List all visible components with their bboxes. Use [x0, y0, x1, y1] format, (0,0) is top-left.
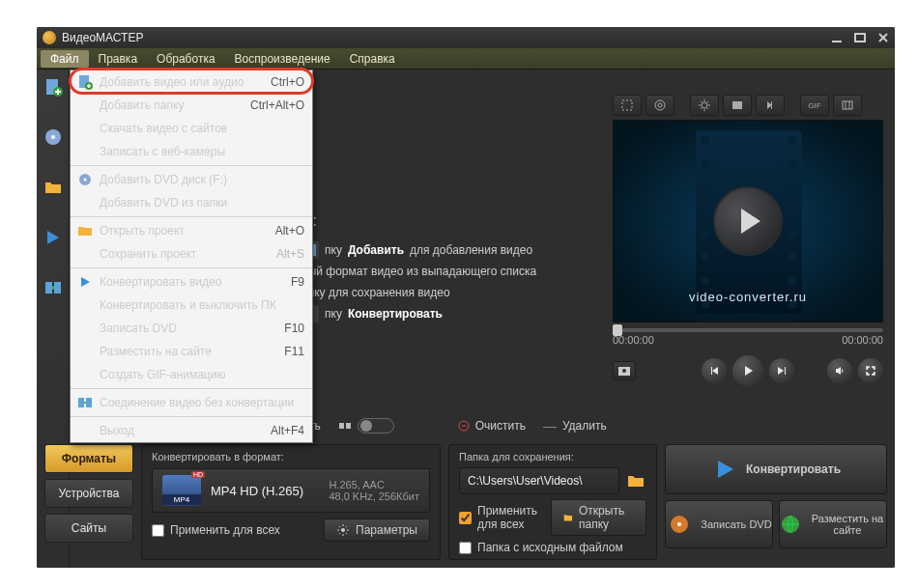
tab-devices[interactable]: Устройства [44, 479, 133, 508]
maximize-icon[interactable] [854, 32, 866, 43]
snapshot-button[interactable] [613, 361, 636, 380]
menu-item[interactable]: Записать DVDF10 [71, 317, 312, 340]
params-button[interactable]: Параметры [324, 518, 430, 542]
menu-item[interactable]: Скачать видео с сайтов [71, 117, 312, 140]
publish-button[interactable]: Разместить на сайте [779, 500, 887, 548]
dvd-action-icon [666, 511, 693, 538]
open-project-icon[interactable] [42, 176, 65, 199]
preview-seekbar[interactable] [613, 328, 883, 332]
instr-head: ы: [301, 210, 536, 232]
svg-rect-28 [346, 423, 351, 429]
play-button[interactable] [732, 355, 763, 386]
burn-dvd-button[interactable]: Записать DVD [665, 500, 773, 548]
svg-point-24 [622, 369, 626, 373]
convert-button[interactable]: Конвертировать [665, 444, 887, 494]
titlebar: ВидеоМАСТЕР [37, 27, 895, 48]
prev-button[interactable] [702, 358, 727, 383]
open-folder-button[interactable]: Открыть папку [551, 499, 646, 536]
menu-item[interactable]: Соединение видео без конвертации [71, 391, 312, 414]
convert-action-icon [711, 456, 738, 483]
menu-playback[interactable]: Воспроизведение [225, 50, 340, 68]
volume-button[interactable] [827, 358, 852, 383]
format-card: Конвертировать в формат: MP4 HD (H.265) … [141, 444, 441, 560]
menu-item[interactable]: Записать с веб-камеры [71, 140, 312, 163]
folder-source-check[interactable]: Папка с исходным файлом [459, 541, 646, 554]
svg-rect-21 [732, 101, 742, 109]
speed-tool-icon[interactable] [756, 95, 785, 116]
menu-item[interactable]: ВыходAlt+F4 [71, 419, 312, 442]
menu-help[interactable]: Справка [340, 50, 405, 68]
browse-folder-icon[interactable] [625, 472, 646, 490]
fullscreen-button[interactable] [858, 358, 883, 383]
add-file-icon[interactable] [42, 75, 65, 98]
join-icon[interactable] [42, 276, 65, 299]
save-path[interactable]: C:\Users\User\Videos\ [459, 467, 619, 494]
target-tool-icon[interactable] [645, 95, 674, 116]
folder-header: Папка для сохранения: [459, 451, 646, 462]
globe-action-icon [780, 511, 801, 538]
menu-item[interactable]: Разместить на сайтеF11 [71, 340, 312, 363]
instructions: ы: пку Добавить для добавления видео ный… [301, 210, 536, 324]
menu-item[interactable]: Добавить папкуCtrl+Alt+O [71, 94, 312, 117]
menu-item: Сохранить проектAlt+S [71, 242, 312, 266]
gif-tool-icon[interactable]: GIF [800, 95, 829, 116]
menu-item[interactable]: Добавить DVD диск (F:) [71, 168, 312, 191]
menu-edit[interactable]: Правка [89, 50, 148, 68]
svg-rect-14 [78, 398, 84, 407]
svg-rect-1 [855, 34, 865, 42]
tab-formats[interactable]: Форматы [44, 444, 133, 473]
menu-process[interactable]: Обработка [147, 50, 225, 68]
menu-file[interactable]: Файл [41, 50, 89, 68]
preview-screen: video-converter.ru [613, 120, 883, 322]
next-button[interactable] [769, 358, 794, 383]
preview-brand: video-converter.ru [614, 290, 882, 304]
svg-rect-15 [86, 398, 92, 407]
format-codec: H.265, AAC [329, 479, 419, 490]
bottom-panel: Форматы Устройства Сайты Конвертировать … [44, 444, 887, 560]
app-window: ВидеоМАСТЕР Файл Правка Обработка Воспро… [37, 27, 895, 568]
actions-panel: Конвертировать Записать DVD Разместить н… [665, 444, 887, 560]
minimize-icon[interactable] [831, 32, 843, 43]
svg-point-30 [341, 528, 345, 532]
screenshot-tool-icon[interactable] [833, 95, 862, 116]
join-toggle[interactable] [338, 418, 394, 434]
convert-icon[interactable] [42, 226, 65, 249]
app-logo-icon [43, 31, 56, 44]
time-duration: 00:00:00 [842, 334, 883, 346]
mp4-icon [162, 475, 201, 506]
folder-apply-all[interactable]: Применить для всех [459, 504, 551, 531]
format-name: MP4 HD (H.265) [211, 484, 303, 498]
crop-tool-icon[interactable] [613, 95, 642, 116]
menu-item[interactable]: Конвертировать видеоF9 [71, 270, 312, 294]
svg-point-20 [702, 102, 707, 108]
svg-point-13 [84, 179, 87, 182]
svg-rect-22 [843, 101, 852, 109]
preview-panel: GIF video-converter.ru 00:00:00 00:00:00 [613, 95, 883, 365]
svg-point-18 [655, 100, 665, 110]
menu-item: Создать GIF-анимацию [71, 363, 312, 386]
svg-rect-9 [54, 282, 61, 294]
format-bitrate: 48,0 KHz, 256Кбит [329, 490, 419, 502]
menu-item[interactable]: Открыть проектAlt+O [71, 219, 312, 242]
list-toolbar: зать Очистить —Удалить [278, 418, 607, 434]
format-select[interactable]: MP4 HD (H.265) H.265, AAC 48,0 KHz, 256К… [152, 468, 430, 513]
format-header: Конвертировать в формат: [152, 451, 430, 462]
preview-play-icon [713, 186, 783, 256]
close-icon[interactable] [877, 32, 889, 43]
svg-point-19 [658, 103, 662, 107]
clear-button[interactable]: Очистить [458, 419, 526, 433]
effects-tool-icon[interactable] [723, 95, 752, 116]
format-apply-all[interactable]: Применить для всех [152, 523, 280, 537]
tab-sites[interactable]: Сайты [44, 514, 133, 543]
menu-item[interactable]: Конвертировать и выключить ПК [71, 294, 312, 317]
brightness-tool-icon[interactable] [690, 95, 719, 116]
menu-item[interactable]: Добавить DVD из папки [71, 191, 312, 214]
menu-item[interactable]: Добавить видео или аудиоCtrl+O [71, 70, 312, 94]
svg-rect-27 [339, 423, 344, 429]
svg-rect-17 [622, 100, 632, 110]
svg-rect-8 [45, 282, 52, 294]
folder-card: Папка для сохранения: C:\Users\User\Vide… [448, 444, 657, 560]
svg-point-32 [677, 522, 681, 526]
delete-button[interactable]: —Удалить [543, 418, 607, 434]
add-dvd-icon[interactable] [42, 126, 65, 149]
